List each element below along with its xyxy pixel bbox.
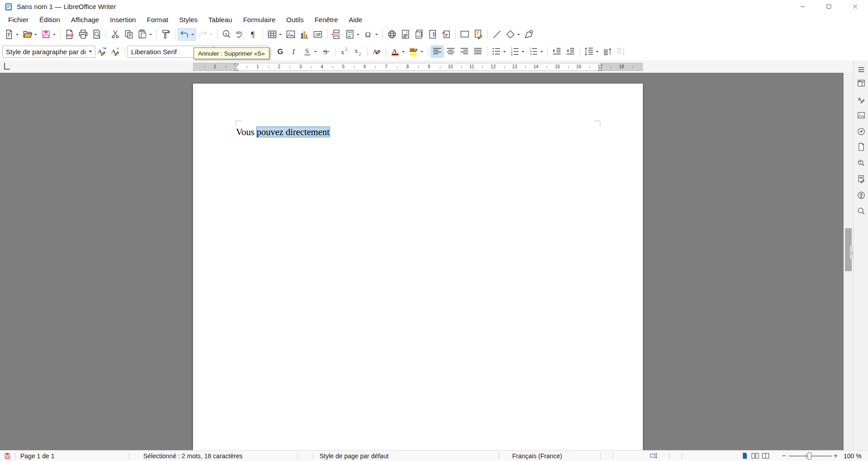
- sidebar-tab-find[interactable]: [855, 205, 867, 217]
- zoom-in-icon[interactable]: [833, 451, 839, 461]
- save-button[interactable]: [39, 28, 58, 41]
- paste-button[interactable]: [136, 28, 154, 41]
- line-spacing-button[interactable]: [582, 45, 601, 58]
- undo-button[interactable]: [178, 28, 196, 41]
- insert-table-dropdown[interactable]: [278, 28, 283, 41]
- right-indent-marker[interactable]: [597, 63, 603, 73]
- redo-button[interactable]: [196, 28, 215, 41]
- print-preview-button[interactable]: [90, 28, 104, 41]
- cut-button[interactable]: [108, 28, 122, 41]
- font-color-button[interactable]: A: [388, 45, 407, 58]
- increase-paragraph-spacing-button[interactable]: [601, 45, 614, 58]
- document-page[interactable]: Vous pouvez directement: [193, 84, 643, 450]
- vertical-scrollbar[interactable]: ‹: [844, 73, 853, 450]
- open-dropdown[interactable]: [33, 28, 38, 41]
- formatting-marks-button[interactable]: ¶: [247, 28, 260, 41]
- export-pdf-button[interactable]: PDF: [63, 28, 76, 41]
- print-button[interactable]: [76, 28, 90, 41]
- insert-image-button[interactable]: [284, 28, 297, 41]
- zoom-out-icon[interactable]: [781, 451, 787, 461]
- outline-list-dropdown[interactable]: [539, 45, 544, 58]
- clear-formatting-button[interactable]: A: [370, 45, 383, 58]
- undo-dropdown[interactable]: [190, 28, 195, 41]
- italic-button[interactable]: I: [287, 45, 301, 58]
- clone-formatting-button[interactable]: [159, 28, 173, 41]
- menu-item-affichage[interactable]: Affichage: [66, 14, 104, 25]
- sidebar-collapse-handle[interactable]: ‹: [850, 245, 853, 259]
- insert-table-button[interactable]: [265, 28, 284, 41]
- insert-comment-button[interactable]: [458, 28, 472, 41]
- subscript-button[interactable]: x2: [351, 45, 365, 58]
- outline-list-button[interactable]: 1: [527, 45, 545, 58]
- insert-hyperlink-button[interactable]: [385, 28, 399, 41]
- menu-item-fenetre[interactable]: Fenêtre: [309, 14, 344, 25]
- menu-item-insertion[interactable]: Insertion: [104, 14, 142, 25]
- track-changes-button[interactable]: [472, 28, 485, 41]
- copy-button[interactable]: [122, 28, 136, 41]
- align-right-button[interactable]: [458, 45, 471, 58]
- view-book-icon[interactable]: [761, 451, 770, 461]
- new-document-button[interactable]: [2, 28, 21, 41]
- menu-item-aide[interactable]: Aide: [343, 14, 368, 25]
- insert-field-button[interactable]: [343, 28, 362, 41]
- spelling-button[interactable]: abc: [233, 28, 247, 41]
- new-document-dropdown[interactable]: [14, 28, 19, 41]
- document-modified-icon[interactable]: [4, 451, 11, 461]
- zoom-percent-status[interactable]: 100 %: [844, 451, 862, 461]
- redo-dropdown[interactable]: [208, 28, 213, 41]
- paragraph-style-combo[interactable]: Style de paragraphe par déf: [2, 46, 95, 58]
- paste-dropdown[interactable]: [148, 28, 153, 41]
- find-replace-button[interactable]: a: [220, 28, 233, 41]
- underline-dropdown[interactable]: [313, 45, 318, 58]
- menu-item-tableau[interactable]: Tableau: [203, 14, 238, 25]
- highlight-color-button[interactable]: ab: [407, 45, 425, 58]
- sidebar-tab-page[interactable]: [855, 141, 867, 153]
- basic-shapes-button[interactable]: [504, 28, 522, 41]
- word-count-status[interactable]: Sélectionné : 2 mots, 18 caractères: [143, 451, 242, 461]
- menu-item-format[interactable]: Format: [142, 14, 174, 25]
- paragraph-style-dropdown[interactable]: [85, 46, 95, 57]
- bullet-list-dropdown[interactable]: [502, 45, 507, 58]
- insert-special-character-button[interactable]: Ω: [362, 28, 380, 41]
- numbered-list-button[interactable]: 123: [508, 45, 527, 58]
- menu-item-outils[interactable]: Outils: [281, 14, 309, 25]
- insert-chart-button[interactable]: [297, 28, 311, 41]
- menu-item-formulaire[interactable]: Formulaire: [238, 14, 281, 25]
- sidebar-tab-accessibility-check[interactable]: [855, 189, 867, 201]
- insert-special-character-dropdown[interactable]: [374, 28, 379, 41]
- sidebar-tab-manage-changes[interactable]: [855, 173, 867, 185]
- align-left-button[interactable]: [430, 45, 444, 58]
- sidebar-tab-style-inspector[interactable]: ¶: [855, 157, 867, 169]
- open-button[interactable]: [21, 28, 39, 41]
- sidebar-tab-navigator[interactable]: [855, 126, 867, 137]
- insert-cross-reference-button[interactable]: [439, 28, 453, 41]
- page-number-status[interactable]: Page 1 de 1: [20, 451, 55, 461]
- left-indent-marker[interactable]: [233, 63, 239, 73]
- increase-indent-button[interactable]: [550, 45, 564, 58]
- superscript-button[interactable]: x2: [338, 45, 351, 58]
- underline-button[interactable]: S: [301, 45, 319, 58]
- show-draw-functions-button[interactable]: [522, 28, 536, 41]
- sidebar-tab-styles[interactable]: A: [855, 94, 867, 105]
- horizontal-ruler[interactable]: 1123456789101112131415161718: [0, 61, 853, 73]
- justify-button[interactable]: [471, 45, 485, 58]
- view-multi-icon[interactable]: [751, 451, 760, 461]
- selection-mode-icon[interactable]: [650, 451, 658, 461]
- insert-line-button[interactable]: [490, 28, 504, 41]
- menu-item-styles[interactable]: Styles: [174, 14, 203, 25]
- zoom-slider-thumb[interactable]: [807, 452, 811, 460]
- insert-footnote-button[interactable]: 1: [399, 28, 412, 41]
- sidebar-tab-gallery[interactable]: [855, 109, 867, 121]
- menu-item-edition[interactable]: Édition: [34, 14, 66, 25]
- new-style-button[interactable]: A: [109, 45, 123, 58]
- sidebar-tab-sidebar-settings[interactable]: [855, 64, 867, 75]
- save-dropdown[interactable]: [52, 28, 57, 41]
- insert-field-dropdown[interactable]: [355, 28, 360, 41]
- bullet-list-button[interactable]: [490, 45, 508, 58]
- decrease-paragraph-spacing-button[interactable]: [614, 45, 628, 58]
- language-status[interactable]: Français (France): [512, 451, 562, 461]
- decrease-indent-button[interactable]: [564, 45, 577, 58]
- sidebar-tab-properties[interactable]: [855, 77, 867, 89]
- insert-endnote-button[interactable]: i: [412, 28, 426, 41]
- tab-stop-selector-icon[interactable]: [4, 63, 10, 70]
